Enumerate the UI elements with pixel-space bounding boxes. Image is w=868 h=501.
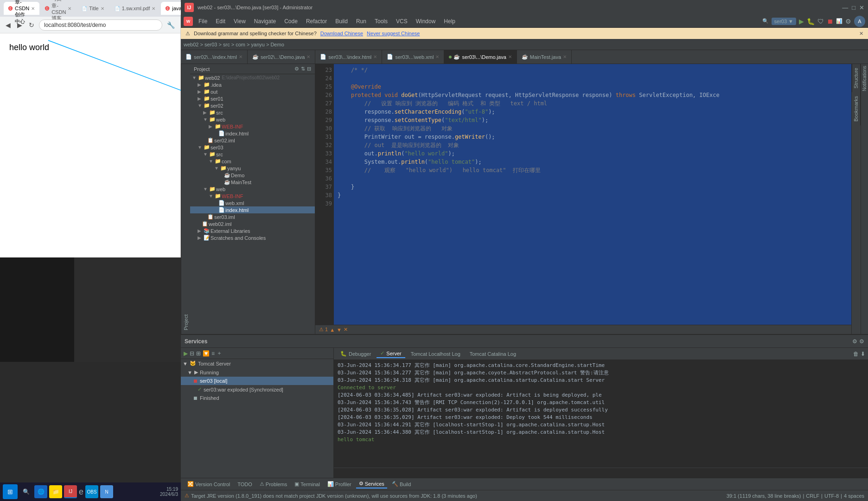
bottom-tab-problems[interactable]: ⚠ Problems	[257, 480, 290, 488]
svc-tab-catalina-log[interactable]: Tomcat Catalina Log	[466, 350, 520, 358]
notif-close[interactable]: ✕	[859, 31, 863, 37]
svc-item-finished[interactable]: ⏹ Finished	[181, 394, 333, 402]
taskbar-ie[interactable]: e	[79, 487, 83, 497]
tree-item-ser02-web[interactable]: ▼ 📁 web	[190, 116, 315, 123]
menu-window[interactable]: Window	[412, 17, 440, 26]
svc-item-war[interactable]: ✓ ser03:war exploded [Synchronized]	[181, 385, 333, 394]
taskbar-obs[interactable]: OBS	[85, 485, 98, 498]
file-tab-6[interactable]: ☕ MainTest.java ✕	[517, 50, 572, 64]
file-tab-1[interactable]: 📄 ser02\...\index.html ✕	[181, 50, 248, 64]
tree-item-web02-iml[interactable]: 📋 web02.iml	[190, 220, 315, 227]
tree-sort-icon[interactable]: ⇅	[301, 66, 305, 72]
tree-item-yanyu[interactable]: ▼ 📁 yanyu	[190, 165, 315, 172]
tree-item-extlibs[interactable]: ▶ 📚 External Libraries	[190, 227, 315, 234]
project-panel-label[interactable]: Project	[181, 64, 190, 334]
svc-tab-server[interactable]: ✓ Server	[377, 349, 405, 358]
tree-item-ser02-iml[interactable]: 📋 ser02.iml	[190, 137, 315, 144]
menu-tools[interactable]: Tools	[371, 17, 391, 26]
svc-indent-btn[interactable]: ⊟	[190, 350, 194, 357]
coverage-button[interactable]: 🛡	[817, 18, 824, 25]
ide-close[interactable]: ✕	[859, 4, 864, 11]
url-bar[interactable]: localhost:8080/test/demo	[39, 19, 162, 31]
debug-button[interactable]: 🐛	[807, 18, 815, 25]
toolbar-search[interactable]: 🔍	[762, 18, 769, 24]
file-tab-3-close[interactable]: ✕	[373, 54, 377, 59]
services-config-icon[interactable]: ⚙	[859, 338, 864, 345]
bottom-tab-services[interactable]: ⚙ Services	[356, 480, 387, 488]
bookmarks-panel[interactable]: Bookmarks	[852, 92, 861, 125]
code-content[interactable]: /* */ @Override protected void doGet(Htt…	[334, 64, 851, 325]
file-tab-4-close[interactable]: ✕	[435, 54, 439, 59]
browser-tab-2[interactable]: 🅒 写文章-CSDN博客 ✕	[40, 2, 76, 15]
tree-item-ser03-iml[interactable]: 📋 ser03.iml	[190, 213, 315, 220]
tree-item-scratches[interactable]: ▶ 📝 Scratches and Consoles	[190, 234, 315, 241]
file-tab-2[interactable]: ☕ ser02\...\Demo.java ✕	[248, 50, 315, 64]
tree-item-idea[interactable]: ▶ 📁 .idea	[190, 81, 315, 88]
notif-link-1[interactable]: Download Chinese	[320, 31, 363, 36]
file-tab-3[interactable]: 📄 ser03\...\index.html ✕	[315, 50, 382, 64]
file-tab-5-active[interactable]: ☕ ser03\...\Demo.java ✕	[444, 50, 517, 64]
code-editor[interactable]: 23242526 27282930 31323334 3536373839 /*…	[315, 64, 851, 325]
search-taskbar[interactable]: 🔍	[19, 485, 32, 498]
tab-2-close[interactable]: ✕	[68, 6, 71, 11]
tree-item-com[interactable]: ▼ 📁 com	[190, 158, 315, 165]
tree-collapse-icon[interactable]: ⊟	[307, 66, 311, 72]
refresh-button[interactable]: ↻	[27, 20, 36, 30]
tab-3-close[interactable]: ✕	[101, 6, 104, 11]
tab-4-close[interactable]: ✕	[152, 6, 155, 11]
svc-filter-btn[interactable]: 🔽	[203, 350, 210, 357]
services-settings-icon[interactable]: ⚙	[852, 338, 857, 345]
bottom-tab-vcs[interactable]: 🔀 Version Control	[185, 480, 233, 488]
tree-item-ser03-web[interactable]: ▼ 📁 web	[190, 186, 315, 193]
tree-item-webxml[interactable]: 📄 web.xml	[190, 199, 315, 206]
tree-item-index-html-ser03[interactable]: 📄 index.html	[190, 206, 315, 213]
svc-run-btn[interactable]: ▶	[184, 350, 188, 357]
file-tab-6-close[interactable]: ✕	[563, 54, 567, 59]
file-tab-2-close[interactable]: ✕	[306, 54, 310, 59]
tree-item-ser02-src[interactable]: ▶ 📁 src	[190, 109, 315, 116]
svc-add-btn[interactable]: ＋	[217, 349, 222, 357]
menu-help[interactable]: Help	[440, 17, 459, 26]
menu-file[interactable]: File	[195, 17, 211, 26]
taskbar-navicat[interactable]: N	[100, 485, 113, 498]
ide-minimize[interactable]: —	[842, 4, 848, 11]
file-tab-5-close[interactable]: ✕	[508, 54, 512, 59]
browser-tab-3[interactable]: 📄 Title ✕	[77, 2, 108, 15]
log-clear-btn[interactable]: 🗑	[853, 351, 859, 357]
warning-nav-next[interactable]: ▼	[337, 327, 342, 333]
bottom-tab-profiler[interactable]: 📊 Profiler	[325, 480, 354, 488]
file-tab-1-close[interactable]: ✕	[239, 54, 243, 59]
notifications-label[interactable]: Notifications	[861, 64, 868, 93]
forward-button[interactable]: ▶	[15, 20, 24, 30]
status-charset[interactable]: UTF-8	[824, 493, 839, 499]
extensions-btn[interactable]: 🔧	[165, 20, 177, 30]
tree-item-ser03-webinf[interactable]: ▼ 📁 WEB-INF	[190, 193, 315, 199]
warning-close[interactable]: ✕	[344, 327, 348, 333]
notif-link-2[interactable]: Never suggest Chinese	[367, 31, 420, 36]
taskbar-intellij[interactable]: IJ	[64, 485, 77, 498]
svc-item-running[interactable]: ▼ ▶ Running	[181, 368, 333, 377]
tree-item-maintest[interactable]: ☕ MainTest	[190, 179, 315, 186]
user-avatar[interactable]: A	[854, 16, 865, 27]
menu-vcs[interactable]: VCS	[392, 17, 411, 26]
profile-button[interactable]: 📊	[836, 18, 842, 24]
svc-item-ser03[interactable]: ⏹ ser03 [local]	[181, 377, 333, 385]
bottom-tab-terminal[interactable]: ▣ Terminal	[292, 480, 323, 488]
file-tab-4[interactable]: 📄 ser03\...\web.xml ✕	[382, 50, 444, 64]
tree-item-index-html-ser02[interactable]: 📄 index.html	[190, 130, 315, 137]
svc-tab-localhost-log[interactable]: Tomcat Localhost Log	[407, 350, 464, 358]
project-tree[interactable]: Project ⚙ ⇅ ⊟ ▼ 📁 web02 E:\ideaProject\s…	[190, 64, 315, 334]
tree-item-ser03[interactable]: ▼ 📁 ser03	[190, 144, 315, 151]
tree-item-ser01[interactable]: ▶ 📁 ser01	[190, 95, 315, 102]
back-button[interactable]: ◀	[4, 20, 13, 30]
tree-item-webinf[interactable]: ▶ 📁 WEB-INF	[190, 123, 315, 130]
menu-view[interactable]: View	[230, 17, 249, 26]
menu-build[interactable]: Build	[332, 17, 351, 26]
status-indent[interactable]: 4 spaces	[844, 493, 864, 499]
bottom-tab-todo[interactable]: TODO	[235, 481, 255, 488]
tree-settings-icon[interactable]: ⚙	[294, 66, 299, 72]
tree-item-ser03-src[interactable]: ▼ 📁 src	[190, 151, 315, 158]
menu-run[interactable]: Run	[352, 17, 370, 26]
menu-edit[interactable]: Edit	[212, 17, 229, 26]
status-warning-text[interactable]: Target JRE version (1.8.0_191) does not …	[191, 493, 477, 499]
